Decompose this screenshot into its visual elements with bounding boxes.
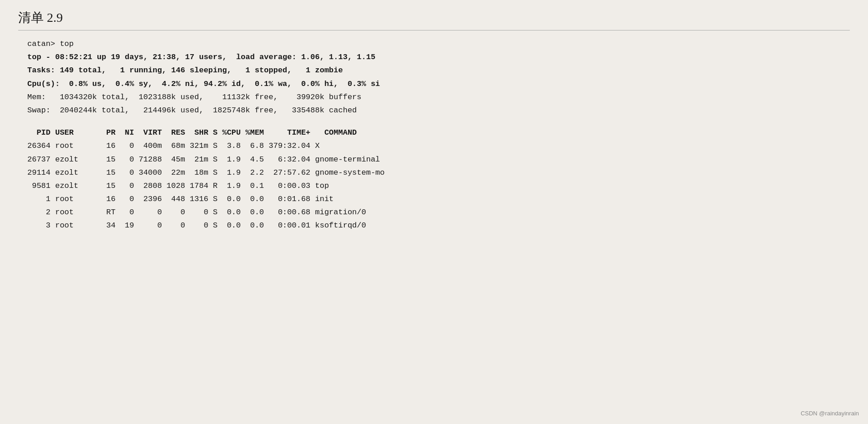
system-info-line-2: Cpu(s): 0.8% us, 0.4% sy, 4.2% ni, 94.2%… <box>27 78 841 90</box>
watermark: CSDN @raindayinrain <box>801 410 859 417</box>
system-info-line-3: Mem: 1034320k total, 1023188k used, 1113… <box>27 91 841 103</box>
process-table: 26364 root 16 0 400m 68m 321m S 3.8 6.8 … <box>27 140 841 232</box>
system-info-line-1: Tasks: 149 total, 1 running, 146 sleepin… <box>27 64 841 76</box>
spacer <box>27 117 841 126</box>
page-container: 清单 2.9 catan> top top - 08:52:21 up 19 d… <box>0 0 868 242</box>
table-row: 1 root 16 0 2396 448 1316 S 0.0 0.0 0:01… <box>27 193 841 205</box>
system-info-line-0: top - 08:52:21 up 19 days, 21:38, 17 use… <box>27 51 841 63</box>
table-row: 9581 ezolt 15 0 2808 1028 1784 R 1.9 0.1… <box>27 180 841 192</box>
table-header: PID USER PR NI VIRT RES SHR S %CPU %MEM … <box>27 126 841 139</box>
table-row: 3 root 34 19 0 0 0 S 0.0 0.0 0:00.01 kso… <box>27 219 841 232</box>
command-prompt-line: catan> top <box>27 38 841 50</box>
table-row: 26364 root 16 0 400m 68m 321m S 3.8 6.8 … <box>27 140 841 152</box>
system-info-line-4: Swap: 2040244k total, 214496k used, 1825… <box>27 104 841 116</box>
table-row: 2 root RT 0 0 0 0 S 0.0 0.0 0:00.68 migr… <box>27 206 841 218</box>
title-divider <box>18 30 850 30</box>
system-info-lines: top - 08:52:21 up 19 days, 21:38, 17 use… <box>27 51 841 116</box>
table-row: 29114 ezolt 15 0 34000 22m 18m S 1.9 2.2… <box>27 167 841 179</box>
terminal-block: catan> top top - 08:52:21 up 19 days, 21… <box>18 38 850 232</box>
page-title: 清单 2.9 <box>18 9 850 26</box>
table-row: 26737 ezolt 15 0 71288 45m 21m S 1.9 4.5… <box>27 153 841 166</box>
